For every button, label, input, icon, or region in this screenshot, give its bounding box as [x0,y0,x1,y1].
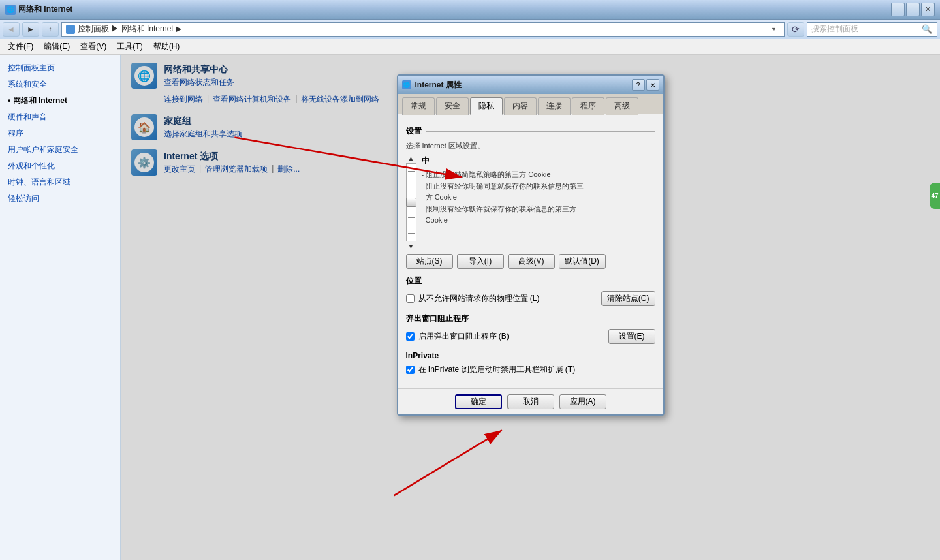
dialog-tabs: 常规 安全 隐私 内容 连接 程序 高级 [398,94,663,114]
minimize-button[interactable]: ─ [891,3,905,16]
tab-connections[interactable]: 连接 [538,97,571,115]
dialog-titlebar: 🌐 Internet 属性 ? ✕ [398,76,663,94]
internet-properties-dialog: 🌐 Internet 属性 ? ✕ 常规 安全 隐私 内容 连接 程序 [397,74,665,416]
dialog-close-button[interactable]: ✕ [646,79,659,91]
popup-checkbox[interactable] [406,332,415,341]
location-checkbox-row: 从不允许网站请求你的物理位置 (L) [406,293,540,304]
location-label: 位置 [406,275,422,287]
cancel-button[interactable]: 取消 [507,394,554,409]
menu-bar: 文件(F) 编辑(E) 查看(V) 工具(T) 帮助(H) [0,39,940,55]
window-icon: 🌐 [5,5,16,15]
popup-section: 弹出窗口阻止程序 启用弹出窗口阻止程序 (B) 设置(E) [406,313,655,345]
popup-checkbox-label: 启用弹出窗口阻止程序 (B) [418,331,509,342]
address-icon [66,25,75,34]
slider-text: - 阻止没有精简隐私策略的第三方 Cookie - 阻止没有经你明确同意就保存你… [422,169,655,226]
settings-section: 设置 选择 Internet 区域设置。 ▲ [406,126,655,269]
apply-button[interactable]: 应用(A) [559,394,606,409]
tab-security[interactable]: 安全 [436,97,469,115]
inprivate-checkbox-label: 在 InPrivate 浏览启动时禁用工具栏和扩展 (T) [418,364,576,375]
sidebar-item-network[interactable]: 网络和 Internet [0,93,120,109]
menu-file[interactable]: 文件(F) [3,40,39,54]
dialog-footer: 确定 取消 应用(A) [398,388,663,414]
popup-settings-button[interactable]: 设置(E) [608,329,655,344]
sidebar: 控制面板主页 系统和安全 网络和 Internet 硬件和声音 程序 用户帐户和… [0,55,121,560]
import-button[interactable]: 导入(I) [457,254,504,269]
main-content: 控制面板主页 系统和安全 网络和 Internet 硬件和声音 程序 用户帐户和… [0,55,940,560]
slider-description: 中 - 阻止没有精简隐私策略的第三方 Cookie - 阻止没有经你明确同意就保… [422,155,655,250]
settings-subtitle: 选择 Internet 区域设置。 [406,141,655,151]
popup-checkbox-row: 启用弹出窗口阻止程序 (B) [406,331,509,342]
slider-track: ▲ ▼ [406,155,416,250]
navigation-bar: ◄ ► ↑ 控制面板 ▶ 网络和 Internet ▶ ▼ ⟳ 搜索控制面板 🔍 [0,20,940,39]
back-button[interactable]: ◄ [3,22,20,37]
clear-sites-button[interactable]: 清除站点(C) [601,291,655,306]
search-bar: 搜索控制面板 🔍 [807,22,937,37]
dialog-content: 设置 选择 Internet 区域设置。 ▲ [398,114,663,388]
dialog-overlay: 🌐 Internet 属性 ? ✕ 常规 安全 隐私 内容 连接 程序 [121,55,940,560]
location-checkbox-label: 从不允许网站请求你的物理位置 (L) [418,293,540,304]
dialog-title: Internet 属性 [415,80,462,91]
menu-view[interactable]: 查看(V) [75,40,112,54]
sidebar-item-clock[interactable]: 时钟、语言和区域 [0,174,120,191]
sites-button[interactable]: 站点(S) [406,254,453,269]
popup-label: 弹出窗口阻止程序 [406,313,469,324]
location-section: 位置 从不允许网站请求你的物理位置 (L) 清除站点(C) [406,275,655,307]
sidebar-item-hardware[interactable]: 硬件和声音 [0,109,120,125]
settings-buttons: 站点(S) 导入(I) 高级(V) 默认值(D) [406,254,655,269]
dialog-icon: 🌐 [402,80,411,89]
inprivate-checkbox[interactable] [406,366,415,374]
sidebar-item-ease[interactable]: 轻松访问 [0,191,120,207]
address-text: 控制面板 ▶ 网络和 Internet ▶ [78,23,768,35]
inprivate-section: InPrivate 在 InPrivate 浏览启动时禁用工具栏和扩展 (T) [406,351,655,375]
up-button[interactable]: ↑ [42,22,59,37]
slider-container: ▲ ▼ [406,155,655,250]
right-edge-badge: 47 [930,183,940,209]
sidebar-item-system[interactable]: 系统和安全 [0,76,120,93]
menu-edit[interactable]: 编辑(E) [39,40,75,54]
inprivate-label: InPrivate [406,351,439,360]
inprivate-checkbox-row: 在 InPrivate 浏览启动时禁用工具栏和扩展 (T) [406,364,655,375]
svg-line-2 [394,430,502,495]
ok-button[interactable]: 确定 [455,394,502,409]
search-placeholder: 搜索控制面板 [811,23,918,35]
tab-content[interactable]: 内容 [504,97,537,115]
title-bar: 🌐 网络和 Internet ─ □ ✕ [0,0,940,20]
window-title: 网络和 Internet [18,4,72,15]
menu-help[interactable]: 帮助(H) [148,40,185,54]
title-bar-left: 🌐 网络和 Internet [5,4,72,15]
maximize-button[interactable]: □ [906,3,920,16]
advanced-button[interactable]: 高级(V) [508,254,555,269]
menu-tools[interactable]: 工具(T) [112,40,148,54]
sidebar-item-programs[interactable]: 程序 [0,125,120,142]
address-bar: 控制面板 ▶ 网络和 Internet ▶ ▼ [61,22,785,37]
tab-advanced[interactable]: 高级 [606,97,638,115]
settings-title-line: 设置 [406,126,655,137]
search-button[interactable]: 🔍 [921,23,933,35]
slider-rail[interactable] [406,163,416,241]
address-dropdown[interactable]: ▼ [771,26,780,33]
settings-label: 设置 [406,126,422,137]
sidebar-item-user-accounts[interactable]: 用户帐户和家庭安全 [0,142,120,158]
refresh-button[interactable]: ⟳ [787,22,804,37]
close-button[interactable]: ✕ [921,3,935,16]
tab-general[interactable]: 常规 [402,97,435,115]
content-area: 🌐 网络和共享中心 查看网络状态和任务 连接到网络 | 查看网络计算机和设备 |… [121,55,940,560]
sidebar-item-home[interactable]: 控制面板主页 [0,60,120,76]
location-checkbox[interactable] [406,294,415,303]
forward-button[interactable]: ► [22,22,39,37]
tab-privacy[interactable]: 隐私 [470,97,503,115]
sidebar-item-appearance[interactable]: 外观和个性化 [0,158,120,174]
dialog-help-button[interactable]: ? [632,79,645,91]
slider-level: 中 [422,155,655,166]
default-button[interactable]: 默认值(D) [559,254,606,269]
slider-thumb[interactable] [406,198,416,207]
tab-programs[interactable]: 程序 [572,97,604,115]
title-bar-controls: ─ □ ✕ [891,3,935,16]
